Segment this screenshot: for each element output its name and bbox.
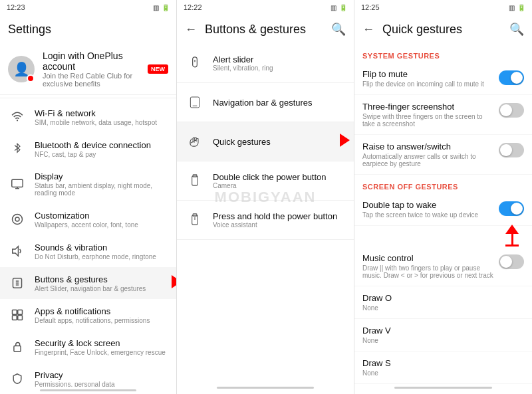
apps-title: Apps & notifications	[35, 306, 168, 316]
gesture-three-finger[interactable]: Three-finger screenshot Swipe with three…	[354, 95, 532, 135]
sidebar-item-buttons[interactable]: Buttons & gestures Alert Slider, navigat…	[0, 267, 176, 299]
double-tap-toggle[interactable]	[499, 201, 524, 216]
mid-item-quick-gestures[interactable]: Quick gestures	[177, 122, 354, 161]
mid-item-press-hold[interactable]: Press and hold the power button Voice as…	[177, 201, 354, 240]
three-finger-toggle[interactable]	[499, 103, 524, 118]
scroll-indicator-right	[394, 387, 492, 389]
back-button-mid[interactable]: ←	[185, 23, 197, 37]
wifi-icon	[8, 108, 27, 126]
privacy-icon	[8, 369, 27, 387]
three-finger-text: Three-finger screenshot Swipe with three…	[362, 102, 495, 128]
press-hold-title: Press and hold the power button	[213, 211, 337, 221]
gesture-flip-to-mute[interactable]: Flip to mute Flip the device on incoming…	[354, 62, 532, 95]
right-panel-arrow-container	[354, 225, 532, 246]
arrow-up-right	[505, 225, 519, 246]
wifi-subtitle: SIM, mobile network, data usage, hotspot	[35, 119, 168, 126]
music-toggle[interactable]	[499, 254, 524, 269]
svg-rect-17	[193, 57, 198, 67]
customization-subtitle: Wallpapers, accent color, font, tone	[35, 221, 168, 229]
music-text: Music control Draw || with two fingers t…	[362, 253, 495, 279]
svg-point-4	[13, 215, 23, 225]
status-icons-mid: ▥ 🔋	[331, 4, 347, 11]
apps-icon	[8, 306, 27, 324]
raise-text: Raise to answer/switch Automatically ans…	[362, 142, 495, 167]
display-title: Display	[35, 171, 168, 181]
mid-list: Alert slider Silent, vibration, ring Nav…	[177, 44, 354, 240]
music-title: Music control	[362, 253, 495, 263]
sidebar-item-customization[interactable]: Customization Wallpapers, accent color, …	[0, 203, 176, 235]
left-panel-arrow	[172, 275, 176, 291]
mid-item-alert-slider[interactable]: Alert slider Silent, vibration, ring	[177, 44, 354, 83]
svg-rect-11	[13, 310, 17, 315]
alert-slider-icon	[185, 53, 205, 73]
sidebar-item-sounds[interactable]: Sounds & vibration Do Not Disturb, earph…	[0, 235, 176, 267]
sidebar-item-wifi[interactable]: Wi-Fi & network SIM, mobile network, dat…	[0, 101, 176, 133]
draw-v-title: Draw V	[362, 326, 391, 336]
back-button-right[interactable]: ←	[362, 23, 374, 37]
buttons-subtitle: Alert Slider, navigation bar & gestures	[35, 285, 168, 292]
gesture-music-control[interactable]: Music control Draw || with two fingers t…	[354, 246, 532, 286]
mid-item-double-click[interactable]: Double click the power button Camera	[177, 161, 354, 201]
status-bar-left: 12:23 ▥ 🔋	[0, 0, 176, 15]
gesture-draw-v[interactable]: Draw V None	[354, 319, 532, 351]
svg-rect-12	[18, 310, 23, 315]
svg-marker-6	[13, 246, 19, 256]
navigation-title: Navigation bar & gestures	[213, 98, 313, 108]
double-tap-title: Double tap to wake	[362, 200, 478, 210]
svg-rect-13	[13, 316, 17, 320]
search-icon-mid[interactable]: 🔍	[331, 22, 346, 37]
sidebar-item-bluetooth[interactable]: Bluetooth & device connection NFC, cast,…	[0, 133, 176, 165]
right-content: SYSTEM GESTURES Flip to mute Flip the de…	[354, 44, 532, 384]
three-finger-subtitle: Swipe with three fingers on the screen t…	[362, 113, 495, 128]
right-header: ← Quick gestures 🔍	[354, 15, 532, 44]
svg-rect-21	[192, 176, 198, 185]
draw-v-subtitle: None	[362, 337, 391, 344]
gesture-raise-to-answer[interactable]: Raise to answer/switch Automatically ans…	[354, 135, 532, 175]
privacy-subtitle: Permissions, personal data	[35, 381, 168, 387]
arrow-base	[505, 245, 519, 246]
system-gestures-header: SYSTEM GESTURES	[354, 44, 532, 62]
double-click-text: Double click the power button Camera	[213, 172, 327, 189]
account-section[interactable]: 👤 Login with OnePlus account Join the Re…	[0, 44, 176, 95]
customization-icon	[8, 210, 27, 229]
svg-point-5	[15, 217, 19, 221]
double-click-title: Double click the power button	[213, 172, 327, 182]
gesture-draw-o[interactable]: Draw O None	[354, 286, 532, 319]
sidebar-item-apps[interactable]: Apps & notifications Default apps, notif…	[0, 299, 176, 331]
flip-to-mute-title: Flip to mute	[362, 69, 484, 79]
mid-item-navigation[interactable]: Navigation bar & gestures	[177, 83, 354, 122]
press-hold-icon	[185, 210, 205, 230]
sidebar-item-security[interactable]: Security & lock screen Fingerprint, Face…	[0, 331, 176, 363]
search-icon-right[interactable]: 🔍	[509, 22, 524, 37]
raise-subtitle: Automatically answer calls or switch to …	[362, 153, 495, 167]
draw-o-text: Draw O None	[362, 293, 392, 312]
svg-rect-14	[18, 316, 23, 320]
gesture-double-tap[interactable]: Double tap to wake Tap the screen twice …	[354, 193, 532, 226]
bluetooth-title: Bluetooth & device connection	[35, 140, 168, 150]
bluetooth-text: Bluetooth & device connection NFC, cast,…	[35, 140, 168, 158]
mid-header-title: Buttons & gestures	[205, 23, 326, 37]
time-right: 12:25	[361, 3, 380, 11]
sidebar-item-display[interactable]: Display Status bar, ambient display, nig…	[0, 165, 176, 203]
three-finger-title: Three-finger screenshot	[362, 102, 495, 112]
customization-text: Customization Wallpapers, accent color, …	[35, 211, 168, 229]
flip-to-mute-toggle[interactable]	[499, 70, 524, 85]
security-subtitle: Fingerprint, Face Unlock, emergency resc…	[35, 349, 168, 356]
draw-s-text: Draw S None	[362, 358, 391, 377]
security-title: Security & lock screen	[35, 338, 168, 348]
sounds-title: Sounds & vibration	[35, 243, 168, 252]
sidebar-item-privacy[interactable]: Privacy Permissions, personal data	[0, 363, 176, 387]
sounds-subtitle: Do Not Disturb, earphone mode, ringtone	[35, 253, 168, 260]
scroll-indicator-left	[40, 389, 136, 391]
avatar: 👤	[8, 56, 35, 82]
status-icons-right: ▥ 🔋	[509, 4, 525, 11]
divider-1	[0, 98, 176, 98]
draw-o-title: Draw O	[362, 293, 392, 303]
gesture-draw-s[interactable]: Draw S None	[354, 351, 532, 384]
left-header-title: Settings	[8, 23, 168, 37]
raise-toggle[interactable]	[499, 143, 524, 157]
flip-to-mute-subtitle: Flip the device on incoming call to mute…	[362, 80, 484, 88]
navigation-icon	[185, 92, 205, 112]
navigation-text: Navigation bar & gestures	[213, 98, 313, 108]
quick-gestures-title: Quick gestures	[213, 137, 271, 147]
